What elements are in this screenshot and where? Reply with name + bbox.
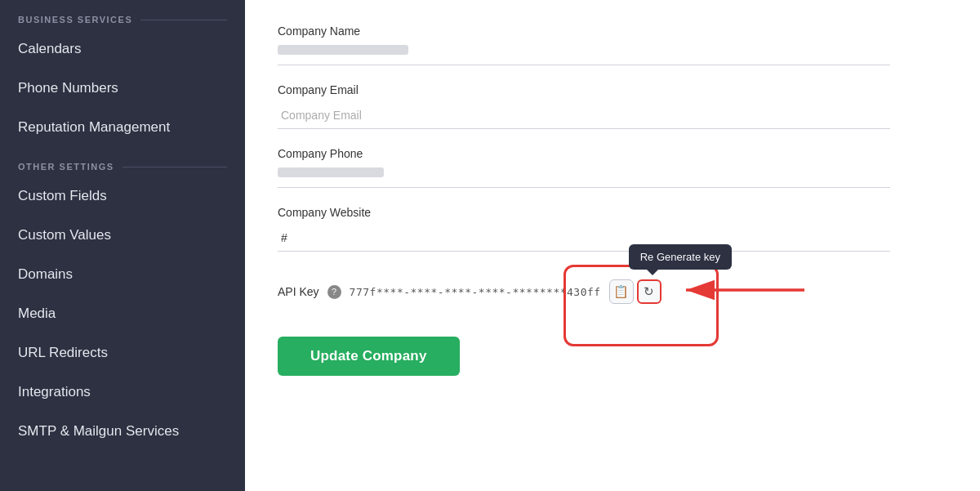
api-key-row: API Key ? 777f****-****-****-****-******…: [278, 270, 947, 314]
sidebar-business-items: CalendarsPhone NumbersReputation Managem…: [0, 29, 245, 147]
regenerate-api-key-button[interactable]: ↻: [637, 279, 662, 304]
company-website-group: Company Website: [278, 206, 947, 252]
api-key-value: 777f****-****-****-****-********430ff: [350, 286, 601, 298]
copy-api-key-button[interactable]: 📋: [609, 279, 634, 304]
api-key-help-icon[interactable]: ?: [327, 285, 341, 299]
sidebar-item-url-redirects[interactable]: URL Redirects: [0, 333, 245, 373]
sidebar-item-domains[interactable]: Domains: [0, 255, 245, 294]
sidebar-item-custom-fields[interactable]: Custom Fields: [0, 176, 245, 216]
regenerate-tooltip: Re Generate key: [629, 244, 732, 270]
sidebar-item-integrations[interactable]: Integrations: [0, 373, 245, 412]
regenerate-wrapper: ↻ Re Generate key: [637, 279, 662, 304]
arrow-svg: [678, 270, 808, 310]
api-key-actions: 📋 ↻ Re Generate key: [609, 279, 662, 304]
update-company-button[interactable]: Update Company: [278, 337, 460, 376]
company-phone-label: Company Phone: [278, 147, 947, 160]
company-phone-value-placeholder: [278, 167, 384, 177]
sidebar-section-other: OTHER SETTINGS: [0, 147, 245, 176]
company-name-group: Company Name: [278, 25, 947, 65]
sidebar-section-business: BUSINESS SERVICES: [0, 0, 245, 29]
main-content: Company Name Company Email Company Phone…: [245, 0, 980, 491]
company-website-label: Company Website: [278, 206, 947, 219]
sidebar-item-reputation-management[interactable]: Reputation Management: [0, 108, 245, 147]
sidebar-item-media[interactable]: Media: [0, 294, 245, 333]
sidebar-item-calendars[interactable]: Calendars: [0, 29, 245, 69]
company-name-label: Company Name: [278, 25, 947, 38]
sidebar: BUSINESS SERVICES CalendarsPhone Numbers…: [0, 0, 245, 491]
company-website-input[interactable]: [278, 225, 890, 252]
arrow-indicator: [678, 270, 808, 314]
sidebar-item-phone-numbers[interactable]: Phone Numbers: [0, 69, 245, 108]
sidebar-item-custom-values[interactable]: Custom Values: [0, 216, 245, 255]
company-email-group: Company Email: [278, 83, 947, 129]
company-email-label: Company Email: [278, 83, 947, 96]
sidebar-item-smtp-mailgun[interactable]: SMTP & Mailgun Services: [0, 412, 245, 451]
company-email-input[interactable]: [278, 102, 890, 129]
sidebar-other-items: Custom FieldsCustom ValuesDomainsMediaUR…: [0, 176, 245, 451]
company-phone-group: Company Phone: [278, 147, 947, 188]
api-key-label: API Key: [278, 285, 319, 298]
company-name-value-placeholder: [278, 45, 408, 55]
